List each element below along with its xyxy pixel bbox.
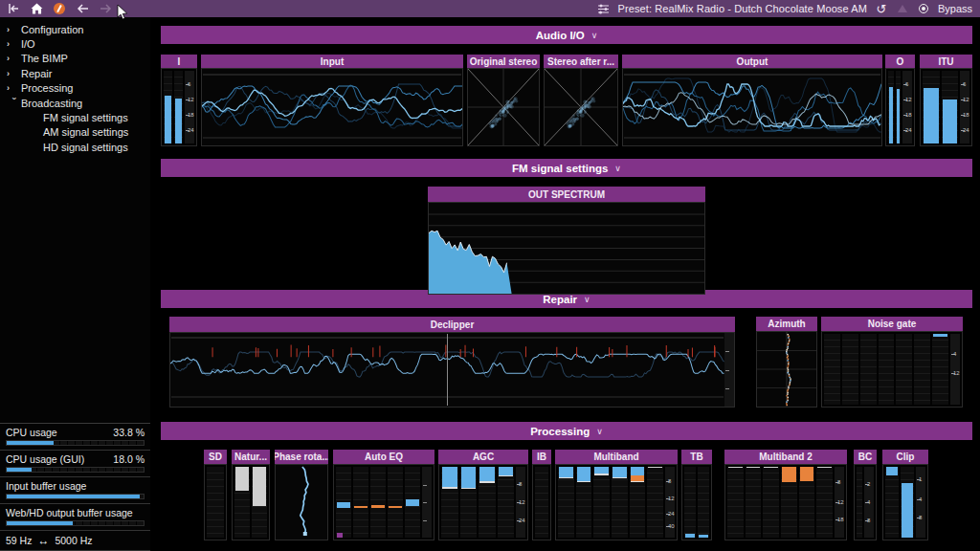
auto-eq-panel: Auto EQ — [333, 450, 434, 540]
preset-label[interactable]: Preset: RealMix Radio - Dutch Chocolate … — [618, 3, 867, 14]
scale-label: -12 — [903, 97, 912, 102]
meter-column — [164, 71, 172, 143]
stat-label: CPU usage — [6, 427, 57, 438]
sidebar-item-broadcasting[interactable]: ›Broadcasting — [0, 96, 150, 110]
cpu-usage-bar — [6, 440, 145, 446]
sidebar-item-processing[interactable]: ›Processing — [0, 81, 150, 96]
scale-tick — [725, 370, 729, 371]
section-header-audio-io[interactable]: Audio I/O ∨ — [161, 26, 972, 44]
meter-column — [923, 71, 940, 143]
phase-rotator-header[interactable]: Phase rota... — [275, 450, 328, 464]
sidebar-item-am-signal-settings[interactable]: AM signal settings — [0, 125, 150, 140]
back-icon[interactable] — [76, 2, 89, 15]
sd-header[interactable]: SD — [204, 450, 227, 464]
meter-bar-cap — [461, 488, 477, 490]
ib-header[interactable]: IB — [532, 450, 551, 464]
tb-header[interactable]: TB — [681, 450, 712, 464]
scale-label: -6 — [961, 81, 966, 87]
meter-scale: -8-12-24-40 — [665, 467, 675, 538]
cpu-usage-gui--bar-fill — [7, 468, 32, 472]
sidebar-item-label: The BIMP — [21, 53, 68, 64]
warning-icon — [896, 2, 909, 15]
out-spectrum-header[interactable]: OUT SPECTRUM — [428, 187, 705, 202]
sidebar-item-repair[interactable]: ›Repair — [0, 66, 150, 80]
scale-label: -12 — [666, 496, 675, 501]
tree-chevron-icon: › — [7, 69, 21, 78]
clipper-body: -1-4-8 — [882, 464, 928, 540]
original-stereo-header[interactable]: Original stereo — [467, 55, 540, 68]
stat-row-cpu-usage: CPU usage33.8 % — [0, 424, 150, 451]
sidebar-item-configuration[interactable]: ›Configuration — [0, 22, 150, 36]
natural-dynamics-header[interactable]: Natur... — [232, 450, 270, 464]
bc-header[interactable]: BC — [854, 450, 877, 464]
declipper-header[interactable]: Declipper — [169, 317, 735, 332]
meter-column — [763, 467, 779, 538]
meter-column — [174, 71, 183, 143]
undo-icon[interactable]: ↺ — [875, 2, 888, 15]
meter-bar-cap — [612, 477, 627, 479]
meter-bar — [354, 506, 368, 508]
meter-column — [896, 334, 912, 405]
i-meter-panel: I-6-12-18-24 — [161, 55, 197, 146]
mouse-cursor — [117, 5, 128, 20]
stat-label: Web/HD output buffer usage — [6, 507, 133, 518]
multiband-body: -8-12-24-40 — [555, 464, 678, 540]
original-stereo-panel: Original stereo — [467, 55, 540, 146]
declipper-body — [169, 332, 735, 408]
meter-bar — [886, 467, 898, 475]
input-header[interactable]: Input — [201, 55, 463, 68]
multiband-header[interactable]: Multiband — [555, 450, 678, 464]
sidebar-item-hd-signal-settings[interactable]: HD signal settings — [0, 140, 150, 154]
clipper-header[interactable]: Clip — [882, 450, 928, 464]
sidebar-item-i-o[interactable]: ›I/O — [0, 36, 150, 51]
itu-meter-header[interactable]: ITU — [920, 55, 972, 68]
range-high-label: 5000 Hz — [55, 535, 92, 546]
section-header-processing[interactable]: Processing ∨ — [161, 422, 972, 440]
multiband-2-header[interactable]: Multiband 2 — [724, 450, 847, 464]
bypass-label[interactable]: Bypass — [938, 3, 972, 14]
sidebar-item-the-bimp[interactable]: ›The BIMP — [0, 52, 150, 66]
back-to-start-icon[interactable] — [7, 2, 20, 15]
forward-icon[interactable] — [99, 2, 112, 15]
tb-body — [681, 464, 712, 540]
agc-header[interactable]: AGC — [438, 450, 528, 464]
noise-gate-panel: Noise gate-4-12 — [821, 317, 963, 408]
home-icon[interactable] — [30, 2, 43, 15]
input-buffer-usage-bar — [6, 494, 145, 499]
power-icon[interactable] — [53, 2, 66, 15]
stat-row-web-hd-output-buffer-usage: Web/HD output buffer usage — [0, 504, 150, 531]
preset-list-icon[interactable] — [597, 2, 611, 15]
azimuth-header[interactable]: Azimuth — [756, 317, 817, 331]
meter-column — [879, 334, 895, 405]
sidebar-item-label: AM signal settings — [43, 126, 128, 138]
meter-bar — [782, 467, 796, 482]
scale-tick — [423, 520, 427, 521]
scale-label: -18 — [903, 112, 912, 118]
itu-meter-panel: ITU-6-12-18-24 — [920, 55, 972, 146]
meter-column — [901, 467, 914, 538]
section-header-fm-signal-settings[interactable]: FM signal settings ∨ — [161, 159, 972, 177]
range-low-label: 59 Hz — [6, 535, 32, 546]
meter-bar — [699, 535, 708, 538]
tree-chevron-icon: › — [7, 54, 21, 63]
meter-bar — [648, 467, 662, 468]
sidebar-item-fm-signal-settings[interactable]: FM signal settings — [0, 110, 150, 124]
ib-panel: IB — [532, 450, 551, 540]
noise-gate-header[interactable]: Noise gate — [821, 317, 963, 331]
scale-label: -12 — [186, 97, 194, 102]
scale-label: -6 — [186, 81, 190, 87]
auto-eq-header[interactable]: Auto EQ — [333, 450, 434, 464]
o-meter-header[interactable]: O — [885, 55, 915, 68]
i-meter-header[interactable]: I — [161, 55, 197, 68]
stereo-after-repair-header[interactable]: Stereo after r... — [544, 55, 618, 68]
meter-bar — [337, 502, 350, 508]
meter-bar — [461, 467, 477, 489]
bypass-icon[interactable] — [917, 2, 930, 15]
scale-label: -24 — [186, 127, 194, 133]
meter-column — [479, 467, 496, 538]
frequency-range-row: 59 Hz↔5000 Hz — [0, 531, 150, 551]
sidebar-item-label: I/O — [21, 38, 35, 50]
agc-body: -8-12-24 — [438, 464, 528, 540]
noise-gate-body: -4-12 — [821, 331, 963, 408]
output-header[interactable]: Output — [622, 55, 882, 68]
